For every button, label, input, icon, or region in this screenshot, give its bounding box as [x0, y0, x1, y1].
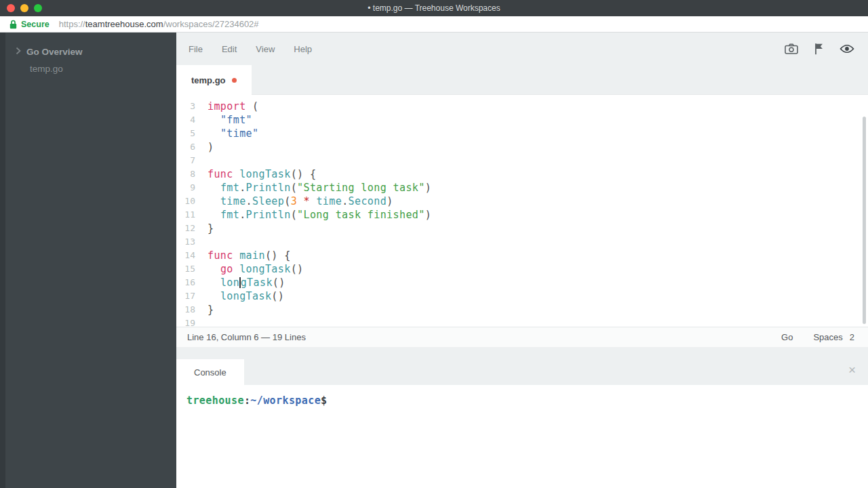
menu-view[interactable]: View — [256, 44, 275, 54]
url-domain: teamtreehouse.com — [85, 19, 163, 29]
tab-console[interactable]: Console — [176, 359, 244, 385]
prompt-dollar: $ — [321, 394, 327, 407]
code-text: func longTask() { — [208, 167, 316, 181]
code-line[interactable]: 17 longTask() — [176, 289, 868, 303]
code-line[interactable]: 10 time.Sleep(3 * time.Second) — [176, 195, 868, 208]
line-number: 12 — [176, 222, 195, 235]
indent-label: Spaces — [813, 332, 842, 342]
file-sidebar: Go Overview temp.go — [0, 33, 176, 488]
code-text: longTask() — [208, 289, 284, 303]
line-number: 6 — [176, 140, 195, 154]
secure-label: Secure — [21, 20, 50, 29]
code-line[interactable]: 15 go longTask() — [176, 262, 868, 276]
line-number: 11 — [176, 208, 195, 222]
code-text: "time" — [208, 127, 258, 140]
url-scheme: https:// — [59, 19, 85, 29]
indent-value: 2 — [850, 332, 854, 342]
menu-bar: File Edit View Help — [176, 33, 868, 65]
code-line[interactable]: 19 — [176, 317, 868, 327]
code-text: longTask() — [208, 276, 285, 289]
line-number: 5 — [176, 127, 195, 140]
console-tab-bar: Console × — [176, 359, 868, 385]
editor-status-bar: Line 16, Column 6 — 19 Lines Go Spaces 2 — [176, 327, 868, 347]
line-number: 7 — [176, 154, 195, 167]
prompt-colon: : — [244, 394, 250, 407]
cursor-position-text: Line 16, Column 6 — 19 Lines — [187, 332, 306, 342]
window-title: • temp.go — Treehouse Workspaces — [368, 3, 500, 13]
address-text[interactable]: https://teamtreehouse.com/workspaces/272… — [59, 19, 259, 29]
line-number: 19 — [176, 317, 195, 327]
workspace-main: File Edit View Help — [176, 33, 868, 488]
tab-label: temp.go — [191, 75, 226, 85]
line-number: 8 — [176, 167, 195, 181]
code-text: go longTask() — [208, 262, 304, 276]
close-icon[interactable]: × — [848, 363, 856, 376]
menu-edit[interactable]: Edit — [222, 44, 237, 54]
code-line[interactable]: 7 — [176, 154, 868, 167]
minimize-window-icon[interactable] — [20, 4, 28, 12]
code-text: fmt.Println("Starting long task") — [208, 181, 431, 195]
sidebar-item-label: Go Overview — [26, 47, 83, 57]
code-text: "fmt" — [208, 113, 252, 127]
code-text: time.Sleep(3 * time.Second) — [208, 195, 393, 208]
url-bar[interactable]: Secure https://teamtreehouse.com/workspa… — [0, 16, 868, 33]
editor-tab-bar: temp.go — [176, 65, 868, 95]
code-line[interactable]: 18} — [176, 303, 868, 317]
line-number: 10 — [176, 195, 195, 208]
prompt-path: ~/workspace — [250, 394, 321, 407]
terminal-prompt: treehouse:~/workspace$ — [186, 394, 868, 407]
titlebar: • temp.go — Treehouse Workspaces — [0, 0, 868, 16]
code-line[interactable]: 14func main() { — [176, 249, 868, 262]
code-line[interactable]: 11 fmt.Println("Long task finished") — [176, 208, 868, 222]
code-line[interactable]: 16 longTask() — [176, 276, 868, 289]
code-text: } — [208, 303, 214, 317]
code-line[interactable]: 6) — [176, 140, 868, 154]
sidebar-item-go-overview[interactable]: Go Overview — [5, 43, 176, 60]
unsaved-dot-icon — [232, 78, 237, 83]
code-text: import ( — [208, 100, 258, 113]
url-path: /workspaces/27234602# — [163, 19, 259, 29]
zoom-window-icon[interactable] — [34, 4, 42, 12]
menu-file[interactable]: File — [189, 44, 203, 54]
panel-divider — [176, 347, 868, 359]
line-number: 17 — [176, 289, 195, 303]
line-number: 13 — [176, 235, 195, 249]
code-line[interactable]: 13 — [176, 235, 868, 249]
language-mode-button[interactable]: Go — [781, 332, 793, 342]
line-number: 15 — [176, 262, 195, 276]
code-line[interactable]: 12} — [176, 222, 868, 235]
chevron-right-icon — [16, 47, 21, 57]
code-line[interactable]: 8func longTask() { — [176, 167, 868, 181]
terminal-output[interactable]: treehouse:~/workspace$ — [176, 385, 868, 488]
line-number: 16 — [176, 276, 195, 289]
code-text: } — [208, 222, 214, 235]
lock-icon — [9, 20, 17, 29]
line-number: 3 — [176, 100, 195, 113]
code-line[interactable]: 9 fmt.Println("Starting long task") — [176, 181, 868, 195]
code-text: fmt.Println("Long task finished") — [208, 208, 431, 222]
line-number: 14 — [176, 249, 195, 262]
eye-icon[interactable] — [840, 44, 854, 54]
code-text: ) — [208, 140, 214, 154]
editor-scrollbar[interactable] — [863, 117, 866, 324]
line-number: 4 — [176, 113, 195, 127]
code-text: func main() { — [208, 249, 291, 262]
indent-settings-button[interactable]: Spaces 2 — [813, 332, 854, 342]
menu-toolbar-icons — [785, 43, 854, 55]
flag-icon[interactable] — [814, 43, 823, 55]
code-line[interactable]: 4 "fmt" — [176, 113, 868, 127]
sidebar-item-label: temp.go — [30, 64, 63, 74]
menu-help[interactable]: Help — [294, 44, 312, 54]
line-number: 18 — [176, 303, 195, 317]
console-tab-label: Console — [194, 367, 226, 378]
code-line[interactable]: 3import ( — [176, 100, 868, 113]
line-number: 9 — [176, 181, 195, 195]
tab-temp-go[interactable]: temp.go — [176, 65, 252, 96]
close-window-icon[interactable] — [7, 4, 15, 12]
code-area: 3import (4 "fmt"5 "time"6)78func longTas… — [176, 100, 868, 327]
camera-icon[interactable] — [785, 43, 798, 54]
sidebar-item-temp-go[interactable]: temp.go — [5, 60, 176, 77]
code-editor[interactable]: 3import (4 "fmt"5 "time"6)78func longTas… — [176, 95, 868, 327]
code-line[interactable]: 5 "time" — [176, 127, 868, 140]
browser-window: • temp.go — Treehouse Workspaces Secure … — [0, 0, 868, 488]
